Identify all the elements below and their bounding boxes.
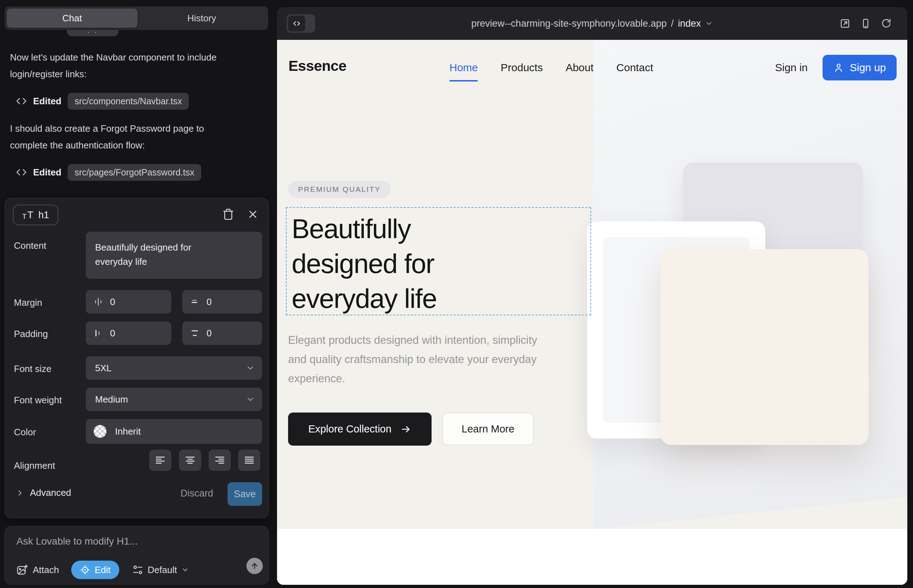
discard-button[interactable]: Discard <box>181 488 213 499</box>
mobile-view-icon[interactable] <box>860 18 871 29</box>
padding-vertical-icon <box>190 328 199 338</box>
edited-file-row[interactable]: Edited src/components/Navbar.tsx <box>16 92 189 110</box>
nav-link-products[interactable]: Products <box>501 61 543 74</box>
url-separator: / <box>671 18 674 29</box>
url-host: preview--charming-site-symphony.lovable.… <box>471 18 667 29</box>
send-button[interactable] <box>246 558 263 574</box>
decor-card-cream <box>660 249 868 445</box>
close-editor-button[interactable] <box>247 208 259 220</box>
color-label: Color <box>14 427 36 438</box>
chevron-right-icon <box>16 489 24 497</box>
type-icon: TT <box>22 210 33 220</box>
attach-image-icon <box>16 564 28 575</box>
next-section <box>277 529 907 585</box>
tag-name: h1 <box>39 210 49 221</box>
lovable-workspace: Chat History · · Now let's update the Na… <box>0 0 913 588</box>
scrolled-chip-partial: · · <box>67 30 118 36</box>
code-icon <box>16 96 27 107</box>
site-brand[interactable]: Essence <box>288 58 346 74</box>
panel-tabs: Chat History <box>5 6 268 30</box>
color-select[interactable]: Inherit <box>86 419 262 444</box>
content-input[interactable]: Beautifully designed for everyday life <box>86 232 262 279</box>
refresh-icon[interactable] <box>881 18 892 29</box>
file-chip[interactable]: src/pages/ForgotPassword.tsx <box>68 164 201 181</box>
margin-label: Margin <box>14 297 42 308</box>
align-right-icon <box>214 455 225 465</box>
user-icon <box>833 62 844 73</box>
preview-window: preview--charming-site-symphony.lovable.… <box>277 7 907 585</box>
chevron-down-icon <box>705 19 713 27</box>
padding-x-input[interactable]: 0 <box>86 321 171 345</box>
learn-more-button[interactable]: Learn More <box>442 412 534 445</box>
preview-url-bar[interactable]: preview--charming-site-symphony.lovable.… <box>277 7 907 40</box>
edited-label: Edited <box>33 96 61 107</box>
preview-topbar: preview--charming-site-symphony.lovable.… <box>277 7 907 40</box>
element-editor-panel: TT h1 Content Beautifully designed for e… <box>5 198 269 518</box>
sliders-icon <box>132 564 144 575</box>
site-nav-auth: Sign in Sign up <box>775 40 897 95</box>
target-icon <box>80 564 91 575</box>
delete-element-button[interactable] <box>222 208 234 220</box>
nav-link-home[interactable]: Home <box>449 61 478 74</box>
trash-icon <box>222 208 234 220</box>
nav-link-contact[interactable]: Contact <box>617 61 653 74</box>
save-button[interactable]: Save <box>228 482 262 506</box>
margin-x-input[interactable]: 0 <box>86 290 171 313</box>
prompt-toolbar: Attach Edit Default <box>16 561 189 579</box>
code-icon <box>16 167 27 178</box>
attach-button[interactable]: Attach <box>16 564 59 575</box>
edit-mode-button[interactable]: Edit <box>71 561 119 579</box>
padding-label: Padding <box>14 328 48 339</box>
margin-y-input[interactable]: 0 <box>182 290 262 313</box>
align-right-button[interactable] <box>209 449 231 471</box>
alignment-label: Alignment <box>14 460 55 471</box>
font-size-select[interactable]: 5XL <box>86 356 262 380</box>
content-label: Content <box>14 240 46 251</box>
topbar-actions <box>840 7 892 40</box>
edited-file-row[interactable]: Edited src/pages/ForgotPassword.tsx <box>16 164 201 181</box>
selected-h1-outline[interactable]: Beautifully designed for everyday life <box>286 207 591 315</box>
prompt-input-box[interactable]: Ask Lovable to modify H1... Attach Edit … <box>5 526 269 585</box>
hero-description: Elegant products designed with intention… <box>288 331 537 388</box>
assistant-message: Now let's update the Navbar component to… <box>10 49 218 82</box>
advanced-toggle[interactable]: Advanced <box>16 487 71 498</box>
model-default-select[interactable]: Default <box>132 564 189 575</box>
prompt-placeholder: Ask Lovable to modify H1... <box>16 536 138 547</box>
tab-history[interactable]: History <box>138 8 266 28</box>
sign-in-link[interactable]: Sign in <box>775 61 808 74</box>
selected-element-tag[interactable]: TT h1 <box>13 205 58 225</box>
url-page: index <box>678 18 701 29</box>
chevron-down-icon <box>181 566 189 574</box>
hero-headline[interactable]: Beautifully designed for everyday life <box>291 212 512 316</box>
file-chip[interactable]: src/components/Navbar.tsx <box>68 93 189 110</box>
hero-cta-row: Explore Collection Learn More <box>288 412 534 446</box>
transparency-swatch-icon <box>94 425 107 438</box>
explore-collection-button[interactable]: Explore Collection <box>288 412 432 446</box>
nav-link-about[interactable]: About <box>565 61 593 74</box>
chat-panel: Chat History · · Now let's update the Na… <box>0 0 277 588</box>
align-center-button[interactable] <box>179 449 201 471</box>
font-weight-select[interactable]: Medium <box>86 388 262 411</box>
close-icon <box>247 208 259 220</box>
edited-label: Edited <box>33 167 61 178</box>
sign-up-button[interactable]: Sign up <box>822 55 897 81</box>
arrow-up-icon <box>250 561 259 570</box>
arrow-right-icon <box>401 424 411 435</box>
chevron-down-icon <box>246 395 255 404</box>
premium-quality-badge: PREMIUM QUALITY <box>288 181 391 198</box>
margin-vertical-icon <box>190 297 199 307</box>
align-justify-button[interactable] <box>238 449 260 471</box>
open-external-icon[interactable] <box>840 18 850 29</box>
tab-chat[interactable]: Chat <box>7 8 138 28</box>
chevron-down-icon <box>246 363 255 373</box>
align-left-button[interactable] <box>149 449 171 471</box>
font-weight-label: Font weight <box>14 395 62 406</box>
padding-y-input[interactable]: 0 <box>182 321 262 345</box>
align-left-icon <box>155 455 165 465</box>
assistant-message: I should also create a Forgot Password p… <box>10 120 218 154</box>
site-viewport: Essence Home Products About Contact Sign… <box>277 40 907 585</box>
site-navbar: Essence Home Products About Contact Sign… <box>277 40 907 95</box>
site-nav-links: Home Products About Contact <box>449 40 653 95</box>
font-size-label: Font size <box>14 363 52 375</box>
padding-horizontal-icon <box>94 328 103 338</box>
